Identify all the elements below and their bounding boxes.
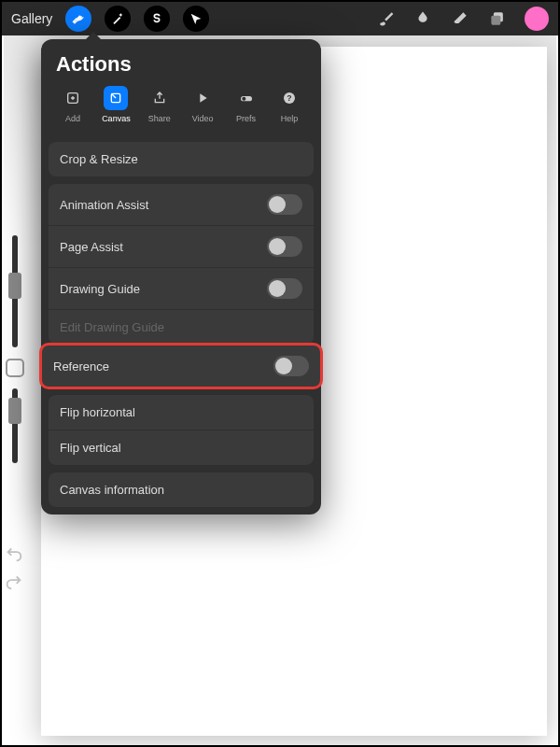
smudge-tool[interactable] [413,8,433,29]
section-info: Canvas information [49,472,314,507]
row-label: Flip vertical [60,441,121,455]
row-label: Drawing Guide [60,282,140,296]
tab-label: Video [192,114,214,123]
svg-rect-1 [491,16,500,25]
opacity-slider[interactable] [12,388,18,463]
crop-resize-row[interactable]: Crop & Resize [49,142,314,176]
section-crop: Crop & Resize [49,142,314,176]
section-assist: Animation Assist Page Assist Drawing Gui… [49,184,314,345]
tab-add[interactable]: Add [52,86,93,123]
help-icon: ? [282,91,297,106]
slider-thumb[interactable] [8,273,21,299]
transform-button[interactable] [183,6,209,32]
eraser-tool[interactable] [450,8,470,29]
left-sidebar [4,235,26,534]
tab-label: Add [65,114,80,123]
actions-panel: Actions Add Canvas Share Video Prefs ? H… [41,39,321,514]
row-label: Crop & Resize [60,152,138,166]
s-icon [149,11,164,26]
layers-icon [488,9,507,28]
drawing-guide-toggle[interactable] [267,278,302,299]
prefs-icon [239,91,254,106]
eraser-icon [451,9,469,28]
wand-icon [110,11,125,26]
tab-label: Share [148,114,171,123]
row-label: Flip horizontal [60,405,135,419]
flip-horizontal-row[interactable]: Flip horizontal [49,395,314,430]
adjustments-button[interactable] [105,6,131,32]
section-flip: Flip horizontal Flip vertical [49,395,314,465]
tab-video[interactable]: Video [182,86,223,123]
svg-text:?: ? [287,93,291,103]
edit-drawing-guide-row: Edit Drawing Guide [49,310,314,345]
page-assist-toggle[interactable] [267,236,302,257]
tab-share[interactable]: Share [139,86,180,123]
layers-tool[interactable] [487,8,508,29]
row-label: Page Assist [60,240,123,254]
redo-button[interactable] [4,571,24,592]
row-label: Reference [53,359,109,374]
undo-button[interactable] [4,543,24,564]
animation-assist-toggle[interactable] [267,194,302,215]
tab-label: Canvas [102,114,131,123]
tab-label: Help [281,114,299,123]
wrench-icon [71,11,86,26]
row-label: Edit Drawing Guide [60,320,164,334]
selection-button[interactable] [144,6,170,32]
flip-vertical-row[interactable]: Flip vertical [49,430,314,465]
undo-redo-group [4,543,24,592]
modify-button[interactable] [6,359,24,377]
topbar: Gallery [2,2,558,35]
canvas-info-row[interactable]: Canvas information [49,472,314,507]
arrow-icon [189,11,203,26]
section-reference: Reference [39,343,323,389]
row-label: Animation Assist [60,198,148,212]
panel-tabs: Add Canvas Share Video Prefs ? Help [41,86,321,134]
brush-icon [376,9,395,28]
row-label: Canvas information [60,483,164,497]
redo-icon [4,571,24,592]
svg-point-5 [242,97,245,101]
reference-row[interactable]: Reference [42,345,320,387]
add-icon [65,91,80,106]
share-icon [152,91,167,106]
tab-label: Prefs [236,114,256,123]
brush-tool[interactable] [375,8,396,29]
color-swatch[interactable] [525,7,549,31]
drawing-guide-row[interactable]: Drawing Guide [49,268,314,310]
brush-size-slider[interactable] [12,235,18,347]
tab-help[interactable]: ? Help [269,86,310,123]
tab-prefs[interactable]: Prefs [226,86,267,123]
smudge-icon [413,9,432,28]
right-tools [375,7,549,31]
page-assist-row[interactable]: Page Assist [49,226,314,268]
video-icon [195,91,210,106]
animation-assist-row[interactable]: Animation Assist [49,184,314,226]
undo-icon [4,543,24,564]
reference-toggle[interactable] [273,356,309,376]
canvas-icon [108,91,123,106]
slider-thumb[interactable] [8,398,21,424]
tab-canvas[interactable]: Canvas [95,86,136,123]
actions-button[interactable] [65,6,91,32]
panel-title: Actions [41,39,321,86]
gallery-link[interactable]: Gallery [11,11,52,26]
